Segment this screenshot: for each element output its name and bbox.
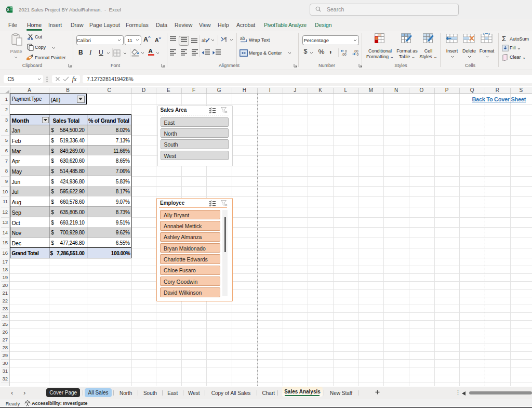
svg-text:ab: ab bbox=[240, 36, 245, 41]
svg-text:0: 0 bbox=[356, 52, 358, 56]
svg-text:ab: ab bbox=[202, 38, 207, 43]
svg-text:.00: .00 bbox=[342, 52, 347, 56]
svg-text:¶: ¶ bbox=[224, 37, 227, 43]
svg-text:X: X bbox=[7, 7, 9, 12]
